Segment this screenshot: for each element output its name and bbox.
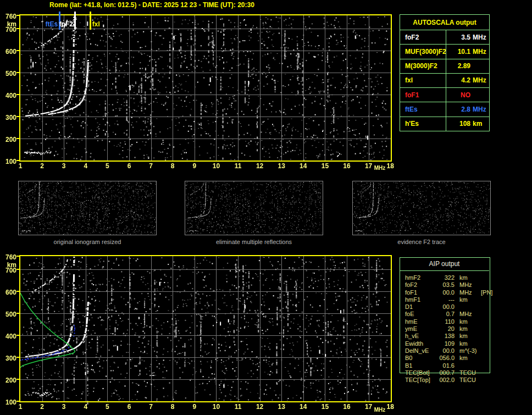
autoscala-row-number: NO — [446, 91, 470, 99]
autoscala-row-number: 3.5 — [446, 34, 470, 41]
x-tick-label: 16 — [341, 403, 352, 411]
aip-row: D100.0 — [400, 303, 490, 311]
autoscala-row-value: 108km — [446, 117, 489, 131]
aip-row: foF100.0MHz[PN] — [400, 289, 490, 296]
aip-row-flag: [PN] — [479, 289, 492, 296]
y-axis-unit-km-top: km — [0, 21, 16, 28]
aip-row-flag — [479, 369, 490, 377]
x-tick-label: 13 — [276, 403, 287, 411]
aip-row-value: 109 — [437, 340, 455, 347]
aip-output-table: AIP output hmF2322kmfoF203.5MHzfoF100.0M… — [400, 257, 490, 384]
autoscala-row-label: M(3000)F2 — [400, 59, 446, 73]
aip-row-label: h_vE — [405, 333, 437, 340]
marker-label-foF2: foF2 — [58, 21, 73, 28]
y-tick-label: 300 — [0, 114, 16, 121]
autoscala-row-label: foF2 — [400, 30, 446, 44]
autoscala-row-number: 2.89 — [446, 62, 470, 70]
aip-row-value: 03.5 — [437, 281, 455, 289]
aip-row-flag — [479, 311, 490, 318]
aip-row-label: B0 — [405, 355, 437, 362]
autoscala-row-label: ftEs — [400, 102, 446, 116]
aip-row-value: 000.7 — [437, 369, 455, 377]
x-axis-unit-mhz-bottom: MHz — [373, 407, 387, 413]
aip-row: foF203.5MHz — [400, 281, 490, 289]
aip-row-unit — [455, 303, 479, 311]
thumbnail-caption-1: original ionogram resized — [18, 239, 157, 246]
autoscala-row: MUF(3000)F210.1MHz — [400, 44, 489, 58]
y-tick-label: 400 — [0, 333, 16, 340]
aip-row-flag — [479, 362, 490, 369]
aip-row-unit: km — [455, 355, 479, 362]
aip-row-flag — [479, 333, 490, 340]
marker-label-fxI: fxI — [92, 21, 109, 28]
ionogram-top-canvas — [16, 11, 392, 164]
aip-row-unit: km — [455, 333, 479, 340]
aip-row-flag — [479, 318, 490, 325]
x-tick-label: 7 — [146, 163, 157, 170]
x-tick-label: 1 — [15, 403, 26, 411]
x-tick-label: 4 — [80, 163, 91, 170]
x-axis-unit-mhz-top: MHz — [373, 165, 387, 171]
aip-row-value: --- — [437, 296, 455, 303]
x-tick-label: 11 — [232, 163, 243, 170]
thumbnail-original-ionogram — [18, 181, 157, 235]
x-tick-label: 6 — [124, 163, 135, 170]
x-tick-label: 3 — [58, 163, 69, 170]
aip-row-value: 322 — [437, 274, 455, 281]
autoscala-row-number: 10.1 — [446, 48, 470, 56]
aip-row: hmF2322km — [400, 274, 490, 281]
y-tick-label: 600 — [0, 48, 16, 56]
thumbnail-caption-3: evidence F2 trace — [352, 239, 491, 246]
aip-row-value: 00.0 — [437, 289, 455, 296]
aip-row-label: foF1 — [405, 289, 437, 296]
aip-row-value: 20 — [437, 325, 455, 333]
aip-row: ymE20km — [400, 325, 490, 333]
x-tick-label: 5 — [102, 403, 113, 411]
autoscala-row: foF1NO — [400, 87, 489, 102]
aip-row-value: 00.0 — [437, 303, 455, 311]
autoscala-row-number: 108 — [446, 120, 470, 128]
x-tick-label: 7 — [146, 403, 157, 411]
y-tick-label: 100 — [0, 158, 16, 165]
y-tick-label: 760 — [0, 254, 16, 261]
aip-row-label: hmF1 — [405, 296, 437, 303]
aip-row: DelN_vE00.0m^(-3) — [400, 347, 490, 355]
aip-row-flag — [479, 296, 490, 303]
x-tick-label: 2 — [37, 163, 48, 170]
x-tick-label: 15 — [319, 163, 330, 170]
y-tick-label: 600 — [0, 289, 16, 296]
autoscala-row-label: MUF(3000)F2 — [400, 45, 446, 58]
y-tick-label: 400 — [0, 92, 16, 99]
x-tick-label: 11 — [232, 403, 243, 411]
aip-row-unit: MHz — [455, 311, 479, 318]
aip-row-label: B1 — [405, 362, 437, 369]
autoscala-row-unit: km — [473, 120, 482, 128]
autoscala-row-unit: MHz — [473, 76, 486, 84]
aip-row: B101.6 — [400, 362, 490, 369]
aip-row: Ewidth109km — [400, 340, 490, 347]
x-tick-label: 2 — [37, 403, 48, 411]
y-tick-label: 760 — [0, 13, 16, 20]
aip-row-value: 0.7 — [437, 311, 455, 318]
aip-row-flag — [479, 303, 490, 311]
aip-row-flag — [479, 355, 490, 362]
autoscala-table-title: AUTOSCALA output — [400, 15, 489, 30]
x-tick-label: 1 — [15, 163, 26, 170]
autoscala-row: M(3000)F22.89 — [400, 59, 489, 73]
aip-row-label: foE — [405, 311, 437, 318]
autoscala-row-value: NO — [446, 88, 489, 102]
aip-row-label: ymE — [405, 325, 437, 333]
aip-row-label: Ewidth — [405, 340, 437, 347]
aip-row-label: foF2 — [405, 281, 437, 289]
marker-label-ftEs: ftEs — [42, 21, 58, 28]
aip-row-unit: km — [455, 274, 479, 281]
aip-table-rows: hmF2322kmfoF203.5MHzfoF100.0MHz[PN]hmF1-… — [400, 274, 490, 384]
aip-table-title: AIP output — [400, 257, 489, 271]
aip-row-unit: km — [455, 325, 479, 333]
y-tick-label: 100 — [0, 399, 16, 406]
aip-row: TEC[Bot]000.7TECU — [400, 369, 490, 377]
aip-row-unit: MHz — [455, 281, 479, 289]
aip-row-unit: m^(-3) — [455, 347, 479, 355]
aip-row-value: 00.0 — [437, 347, 455, 355]
y-tick-label: 500 — [0, 311, 16, 318]
